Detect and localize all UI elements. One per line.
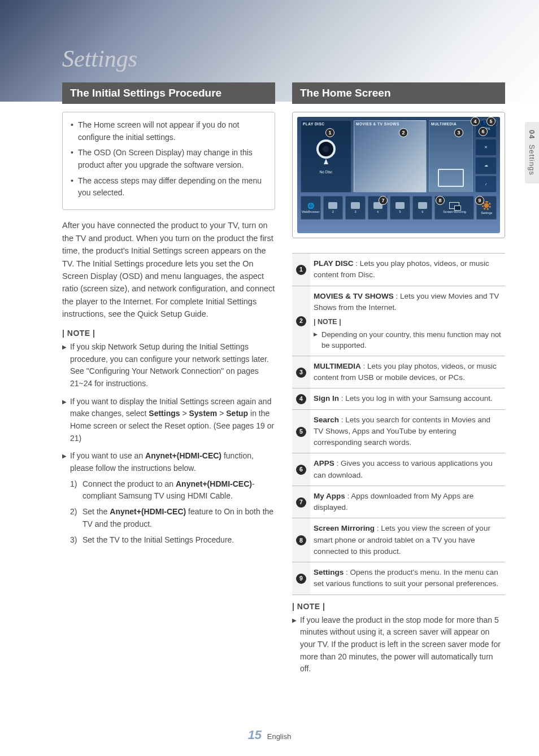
legend-badge: 6 (296, 465, 306, 475)
callout-badge: 1 (325, 128, 334, 137)
info-box: The Home screen will not appear if you d… (62, 112, 275, 210)
left-column: The Initial Settings Procedure The Home … (62, 82, 275, 681)
box-bullet: The access steps may differ depending on… (78, 175, 267, 199)
callout-badge: 7 (379, 196, 388, 205)
thumb-app-slot: 3 (345, 196, 366, 220)
legend-badge: 1 (296, 265, 306, 275)
callout-badge: 2 (399, 128, 408, 137)
legend-table: 1 PLAY DISC : Lets you play photos, vide… (292, 253, 505, 595)
callout-badge: 9 (475, 196, 484, 205)
note-label: | NOTE | (292, 602, 505, 611)
arrow-icon: ▶ (62, 343, 70, 390)
callout-badge: 6 (479, 127, 488, 136)
legend-badge: 3 (296, 368, 306, 378)
app-icon: ✕ (475, 139, 497, 156)
box-bullet: The Home screen will not appear if you d… (78, 119, 267, 143)
legend-badge: 5 (296, 427, 306, 437)
arrow-icon: ▶ (314, 331, 321, 351)
app-icon: ☁ (475, 157, 497, 174)
arrow-icon: ▶ (62, 397, 70, 445)
callout-badge: 3 (454, 128, 463, 137)
right-column: The Home Screen 1 2 3 4 5 6 7 8 9 👤 🔍 (292, 82, 505, 681)
callout-badge: 8 (436, 196, 445, 205)
legend-badge: 2 (296, 316, 306, 326)
note-label: | NOTE | (62, 329, 275, 338)
callout-badge: 5 (486, 117, 495, 126)
mirroring-icon (449, 202, 459, 209)
thumb-app-slot: 5 (390, 196, 410, 220)
callout-badge: 4 (471, 117, 480, 126)
box-bullet: The OSD (On Screen Display) may change i… (78, 147, 267, 171)
bottom-note: If you leave the product in the stop mod… (300, 614, 505, 675)
app-icon: ♪ (475, 176, 497, 193)
globe-icon: 🌐 (307, 203, 314, 209)
note-list: ▶ If you skip Network Setup during the I… (62, 341, 275, 549)
thumb-app-slot: 2 (323, 196, 344, 220)
thumb-movies-tile: MOVIES & TV SHOWS (354, 120, 427, 193)
note-item: If you want to display the Initial Setti… (70, 396, 275, 445)
legend-badge: 4 (296, 394, 306, 404)
page-footer: 15 English (0, 728, 539, 742)
legend-badge: 9 (296, 574, 306, 584)
home-screen-thumbnail: 1 2 3 4 5 6 7 8 9 👤 🔍 PLAY DISC (292, 112, 505, 238)
page-lang: English (267, 732, 292, 741)
thumb-app-slot: 6 (412, 196, 433, 220)
thumb-webbrowser-tile: 🌐 WebBrowser (301, 196, 321, 220)
left-heading: The Initial Settings Procedure (62, 82, 275, 104)
note-item: If you want to use an Anynet+(HDMI-CEC) … (70, 450, 275, 549)
page-number: 15 (248, 728, 262, 742)
thumb-multimedia-tile: MULTIMEDIA (429, 120, 473, 193)
note-item: If you skip Network Setup during the Ini… (70, 341, 275, 390)
right-heading: The Home Screen (292, 82, 505, 104)
arrow-icon: ▶ (292, 616, 300, 675)
legend-badge: 7 (296, 497, 306, 508)
section-title: Settings (62, 45, 505, 72)
arrow-icon: ▶ (62, 452, 70, 549)
disc-icon (316, 139, 336, 159)
legend-badge: 8 (296, 535, 306, 545)
screen-icon (438, 169, 464, 187)
intro-paragraph: After you have connected the product to … (62, 219, 275, 321)
